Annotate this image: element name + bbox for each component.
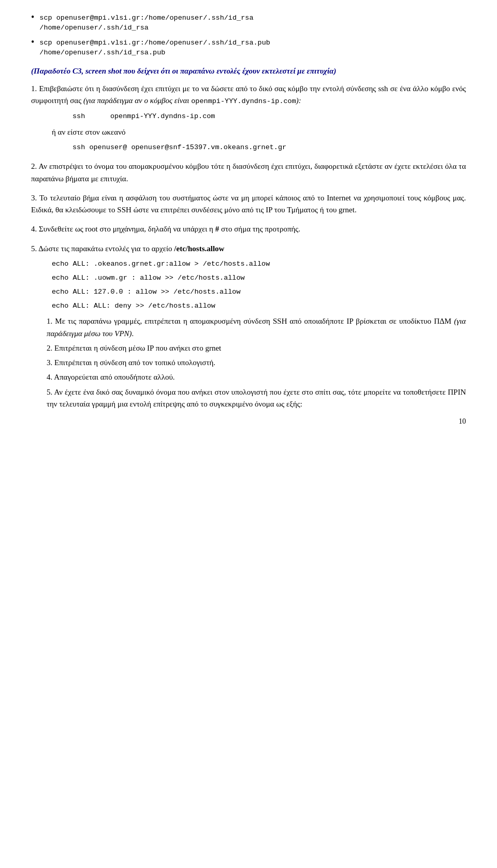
bullet-item-2: • scp openuser@mpi.vlsi.gr:/home/openuse…: [31, 37, 466, 59]
cmd-hosts-1: echo ALL: .okeanos.grnet.gr:allow > /etc…: [52, 259, 466, 270]
numbered-item-2: 2. Αν επιστρέψει το όνομα του απομακρυσμ…: [31, 161, 466, 185]
bullet-dot-1: •: [31, 12, 34, 23]
sub-item-1-number: 1.: [47, 317, 55, 325]
numbered-item-1: 1. Επιβεβαιώστε ότι η διασύνδεση έχει επ…: [31, 83, 466, 153]
sub-item-4-text: Απαγορεύεται από οπουδήποτε αλλού.: [54, 373, 174, 381]
item-4-text-before: Συνδεθείτε ως root στο μηχάνημα, δηλαδή …: [39, 225, 215, 233]
sub-item-2-text: Επιτρέπεται η σύνδεση μέσω IP που ανήκει…: [54, 344, 221, 352]
item-1-commands: ssh openmpi-YYY.dyndns-ip.com ή αν είστε…: [52, 111, 466, 153]
item-4-bold: #: [215, 225, 220, 233]
bullet-dot-2: •: [31, 37, 34, 48]
numbered-item-5: 5. Δώστε τις παρακάτω εντολές για το αρχ…: [31, 243, 466, 411]
item-1-inline-code: openmpi-YYY.dyndns-ip.com: [191, 97, 296, 105]
command-1-label: ssh: [72, 112, 85, 120]
item-5-number: 5.: [31, 244, 38, 253]
cmd-hosts-2: echo ALL: .uowm.gr : allow >> /etc/hosts…: [52, 273, 466, 284]
bullet-text-1: scp openuser@mpi.vlsi.gr:/home/openuser/…: [39, 12, 253, 34]
sub-item-1-end: .: [132, 329, 134, 338]
cmd-hosts-4: echo ALL: ALL: deny >> /etc/hosts.allow: [52, 301, 466, 312]
item-5-text-before: Δώστε τις παρακάτω εντολές για το αρχείο: [38, 244, 174, 253]
sub-item-4: 4. Απαγορεύεται από οπουδήποτε αλλού.: [47, 371, 466, 383]
bullet-item-1: • scp openuser@mpi.vlsi.gr:/home/openuse…: [31, 12, 466, 34]
sub-item-3-text: Επιτρέπεται η σύνδεση από τον τοπικό υπο…: [54, 358, 215, 367]
top-code-section: • scp openuser@mpi.vlsi.gr:/home/openuse…: [31, 12, 466, 59]
code-line-2a: scp openuser@mpi.vlsi.gr:/home/openuser/…: [39, 39, 270, 47]
item-1-number: 1.: [31, 84, 39, 93]
section-header: (Παραδοτέο C3, screen shot που δείχνει ό…: [31, 67, 466, 76]
page-content: • scp openuser@mpi.vlsi.gr:/home/openuse…: [31, 12, 466, 426]
page-number: 10: [31, 417, 466, 426]
sub-item-5-text: Αν έχετε ένα δικό σας δυναμικό όνομα που…: [47, 388, 466, 408]
item-1-italic-end: ):: [296, 96, 301, 105]
item-5-commands: echo ALL: .okeanos.grnet.gr:allow > /etc…: [52, 259, 466, 312]
item-4-text-after: στο σήμα της προτροπής.: [219, 225, 300, 233]
code-line-1a: scp openuser@mpi.vlsi.gr:/home/openuser/…: [39, 14, 253, 22]
sub-item-2: 2. Επιτρέπεται η σύνδεση μέσω IP που ανή…: [47, 342, 466, 354]
sub-item-3-number: 3.: [47, 358, 54, 367]
code-line-1b: /home/openuser/.ssh/id_rsa: [39, 24, 253, 32]
item-3-text: Το τελευταίο βήμα είναι η ασφάλιση του σ…: [31, 194, 466, 214]
command-1-value: openmpi-YYY.dyndns-ip.com: [110, 112, 215, 120]
sub-list: 1. Με τις παραπάνω γραμμές, επιτρέπεται …: [47, 315, 466, 410]
item-2-text: Αν επιστρέψει το όνομα του απομακρυσμένο…: [31, 162, 466, 182]
sub-item-1-text: Με τις παραπάνω γραμμές, επιτρέπεται η α…: [55, 317, 454, 325]
command-2: ssh openuser@ openuser@snf-15397.vm.okea…: [72, 142, 466, 153]
item-3-number: 3.: [31, 194, 39, 202]
numbered-item-4: 4. Συνδεθείτε ως root στο μηχάνημα, δηλα…: [31, 223, 466, 235]
sub-item-1: 1. Με τις παραπάνω γραμμές, επιτρέπεται …: [47, 315, 466, 340]
numbered-item-3: 3. Το τελευταίο βήμα είναι η ασφάλιση το…: [31, 192, 466, 216]
code-line-2b: /home/openuser/.ssh/id_rsa.pub: [39, 49, 270, 56]
item-4-number: 4.: [31, 225, 39, 233]
item-1-italic: (για παράδειγμα αν ο κόμβος είναι: [83, 96, 191, 105]
item-2-number: 2.: [31, 162, 38, 170]
sub-item-5: 5. Αν έχετε ένα δικό σας δυναμικό όνομα …: [47, 386, 466, 411]
item-5-bold: /etc/hosts.allow: [174, 244, 224, 253]
bullet-text-2: scp openuser@mpi.vlsi.gr:/home/openuser/…: [39, 37, 270, 59]
command-1: ssh openmpi-YYY.dyndns-ip.com: [72, 111, 466, 122]
cmd-hosts-3: echo ALL: 127.0.0 : allow >> /etc/hosts.…: [52, 287, 466, 298]
item-1-or-text: ή αν είστε στον ωκεανό: [52, 126, 466, 138]
sub-item-3: 3. Επιτρέπεται η σύνδεση από τον τοπικό …: [47, 357, 466, 369]
sub-item-2-number: 2.: [47, 344, 54, 352]
sub-item-4-number: 4.: [47, 373, 54, 381]
sub-item-5-number: 5.: [47, 388, 54, 396]
